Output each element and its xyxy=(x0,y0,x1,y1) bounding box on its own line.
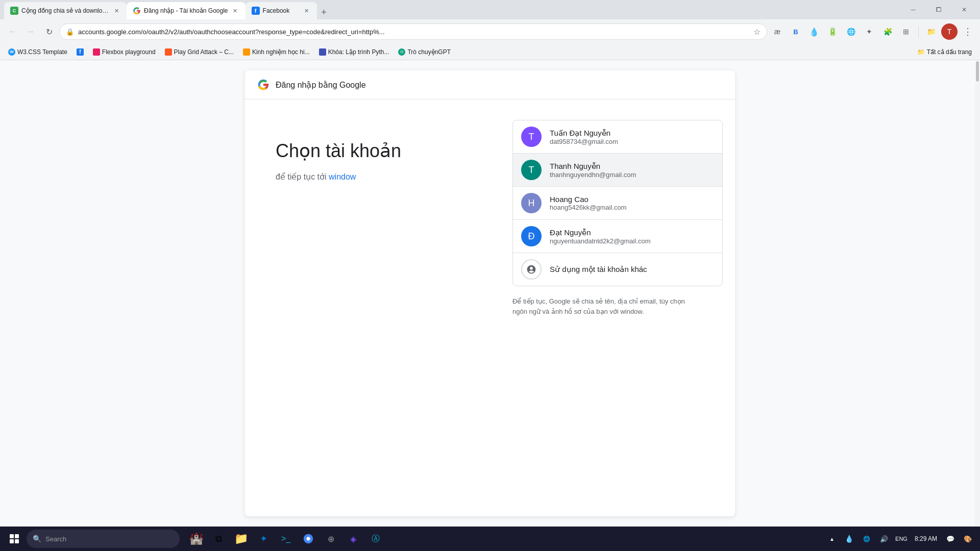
bookmarks-folder-button[interactable]: 📁 xyxy=(923,23,939,40)
account-item-2[interactable]: T Thanh Nguyễn thanhnguyendhn@gmail.com xyxy=(513,154,722,187)
tray-notification-icon[interactable]: 💬 xyxy=(942,531,959,547)
bookmark-gpt-favicon: G xyxy=(398,48,405,56)
taskbar: 🔍 Search 🏰 ⧉ 📁 ✦ >_ xyxy=(0,527,980,551)
taskbar-search-icon: 🔍 xyxy=(33,535,41,543)
account4-info: Đạt Nguyễn nguyentuandatntd2k2@gmail.com xyxy=(550,228,714,245)
address-bar[interactable]: 🔒 accounts.google.com/o/oauth2/v2/auth/o… xyxy=(59,23,767,40)
extension-puzzle-button[interactable]: 🧩 xyxy=(879,23,896,40)
taskbar-app-game[interactable]: 🏰 xyxy=(186,529,206,549)
start-button[interactable] xyxy=(4,529,24,549)
bookmark-kn[interactable]: Kinh nghiệm học hi... xyxy=(239,46,314,58)
account1-email: dat958734@gmail.com xyxy=(550,138,714,145)
bookmark-flexbox[interactable]: Flexbox playground xyxy=(89,46,160,58)
tab-2[interactable]: Đăng nhập - Tài khoản Google ✕ xyxy=(127,2,246,19)
bookmark-w3css-label: W3.CSS Template xyxy=(17,48,67,56)
taskbar-app-taskview[interactable]: ⧉ xyxy=(208,529,229,549)
extension-ae-button[interactable]: æ xyxy=(769,23,786,40)
back-button[interactable]: ← xyxy=(4,23,20,40)
taskbar-app-a[interactable]: Ⓐ xyxy=(365,529,386,549)
bookmark-py[interactable]: Khóa: Lập trình Pyth... xyxy=(315,46,394,58)
taskbar-game-icon: 🏰 xyxy=(189,532,203,545)
extension-battery-button[interactable]: 🔋 xyxy=(824,23,841,40)
forward-button[interactable]: → xyxy=(22,23,39,40)
refresh-button[interactable]: ↻ xyxy=(41,23,57,40)
account4-email: nguyentuandatntd2k2@gmail.com xyxy=(550,237,714,245)
settings-button[interactable]: ⋮ xyxy=(960,23,976,40)
close-button[interactable]: ✕ xyxy=(952,2,976,17)
account3-email: hoang5426kk@gmail.com xyxy=(550,204,714,211)
tab1-title: Cộng đồng chia sẻ và downloa... xyxy=(21,7,109,14)
tab1-close[interactable]: ✕ xyxy=(112,7,120,15)
account3-name: Hoang Cao xyxy=(550,195,714,204)
taskbar-terminal-icon: >_ xyxy=(281,534,290,543)
account-item-4[interactable]: Đ Đạt Nguyễn nguyentuandatntd2k2@gmail.c… xyxy=(513,220,722,253)
tab2-favicon xyxy=(133,7,141,15)
bookmark-star-icon[interactable]: ☆ xyxy=(753,27,761,37)
tray-network-status[interactable]: 🌐 xyxy=(859,531,875,547)
browser-window: C Cộng đồng chia sẻ và downloa... ✕ Đăng… xyxy=(0,0,980,551)
use-other-account[interactable]: Sử dụng một tài khoản khác xyxy=(513,253,722,286)
sub-text: để tiếp tục tới window xyxy=(276,172,470,182)
scrollbar-thumb[interactable] xyxy=(976,61,979,82)
taskbar-app-terminal[interactable]: >_ xyxy=(276,529,296,549)
tray-color-icon[interactable]: 🎨 xyxy=(960,531,976,547)
taskbar-search[interactable]: 🔍 Search xyxy=(27,530,180,548)
bookmark-w3css[interactable]: W W3.CSS Template xyxy=(4,46,71,58)
account2-email: thanhnguyendhn@gmail.com xyxy=(550,171,714,179)
taskbar-vs-icon: ◈ xyxy=(350,534,356,544)
taskbar-app-explorer[interactable]: 📁 xyxy=(231,529,251,549)
bookmark-fb[interactable]: f xyxy=(72,46,88,58)
bookmark-gridattack-favicon xyxy=(165,48,172,56)
tray-language[interactable]: ENG xyxy=(893,531,910,547)
extension-translate-button[interactable]: 🌐 xyxy=(843,23,859,40)
minimize-button[interactable]: ─ xyxy=(901,2,925,17)
window-controls: ─ ⧠ ✕ xyxy=(901,2,976,17)
tab3-close[interactable]: ✕ xyxy=(303,7,311,15)
system-tray: ▲ 💧 🌐 🔊 ENG 8:29 AM 💬 🎨 xyxy=(824,531,976,547)
taskbar-search-text: Search xyxy=(45,535,66,543)
extension-more-button[interactable]: ⊞ xyxy=(898,23,914,40)
lock-icon: 🔒 xyxy=(66,28,74,36)
main-heading: Chọn tài khoản xyxy=(276,140,470,162)
tab1-favicon: C xyxy=(10,7,18,15)
account2-name: Thanh Nguyễn xyxy=(550,162,714,171)
taskbar-app-chrome[interactable] xyxy=(298,529,318,549)
windows-icon xyxy=(10,534,19,543)
bookmark-gpt[interactable]: G Trò chuyệnGPT xyxy=(394,46,455,58)
taskbar-app-vscode[interactable]: ✦ xyxy=(253,529,274,549)
taskbar-apps: 🏰 ⧉ 📁 ✦ >_ ⊕ xyxy=(186,529,386,549)
extension-b-button[interactable]: B xyxy=(788,23,804,40)
taskbar-app-vs[interactable]: ◈ xyxy=(343,529,363,549)
address-url: accounts.google.com/o/oauth2/v2/auth/oau… xyxy=(78,28,749,36)
new-tab-button[interactable]: + xyxy=(317,5,331,19)
account2-avatar: T xyxy=(521,160,542,180)
profile-button[interactable]: T xyxy=(941,23,958,40)
maximize-button[interactable]: ⧠ xyxy=(927,2,950,17)
tab-1[interactable]: C Cộng đồng chia sẻ và downloa... ✕ xyxy=(4,2,127,19)
bookmarks-more[interactable]: 📁 Tất cả dấu trang xyxy=(913,46,976,58)
use-other-text: Sử dụng một tài khoản khác xyxy=(550,265,647,274)
account-item-3[interactable]: H Hoang Cao hoang5426kk@gmail.com xyxy=(513,187,722,220)
chooser-header: Đăng nhập bằng Google xyxy=(245,70,735,99)
bookmark-kn-favicon xyxy=(243,48,250,56)
tab2-close[interactable]: ✕ xyxy=(231,7,239,15)
footer-note: Để tiếp tục, Google sẽ chia sẻ tên, địa … xyxy=(512,296,723,316)
nav-icons: æ B 💧 🔋 🌐 ✦ 🧩 ⊞ 📁 T ⋮ xyxy=(769,23,976,40)
bookmarks-bar: W W3.CSS Template f Flexbox playground P… xyxy=(0,44,980,60)
page-content: Đăng nhập bằng Google Chọn tài khoản để … xyxy=(0,60,980,527)
extension-drop-button[interactable]: 💧 xyxy=(806,23,822,40)
taskbar-app-dots[interactable]: ⊕ xyxy=(321,529,341,549)
bookmark-gridattack[interactable]: Play Grid Attack – C... xyxy=(161,46,238,58)
account-item-1[interactable]: T Tuấn Đạt Nguyễn dat958734@gmail.com xyxy=(513,120,722,154)
sub-text-link[interactable]: window xyxy=(329,172,356,181)
tray-volume-icon[interactable]: 🔊 xyxy=(876,531,892,547)
account-chooser: Đăng nhập bằng Google Chọn tài khoản để … xyxy=(245,70,735,516)
tab-3[interactable]: f Facebook ✕ xyxy=(246,2,317,19)
tab3-title: Facebook xyxy=(263,7,300,14)
tray-up-arrow[interactable]: ▲ xyxy=(824,531,840,547)
account1-avatar: T xyxy=(521,127,542,147)
taskbar-clock[interactable]: 8:29 AM xyxy=(911,535,941,542)
tray-network-icon[interactable]: 💧 xyxy=(841,531,857,547)
extension-5-button[interactable]: ✦ xyxy=(861,23,877,40)
bookmark-flexbox-label: Flexbox playground xyxy=(102,48,156,56)
